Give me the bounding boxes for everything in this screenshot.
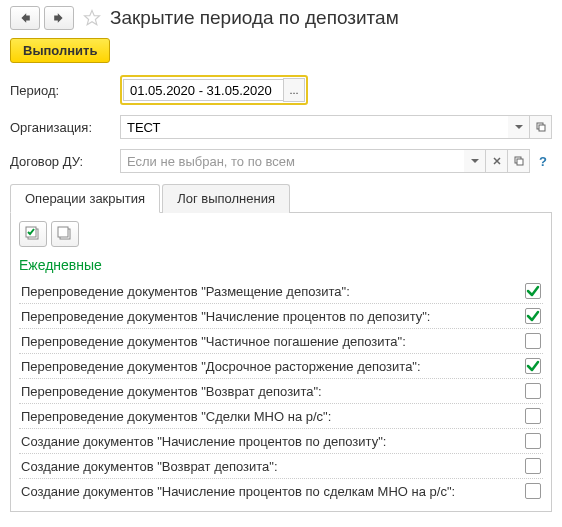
page-title: Закрытие периода по депозитам <box>110 7 399 29</box>
svg-rect-8 <box>58 227 68 237</box>
check-row: Создание документов "Начисление проценто… <box>19 428 543 453</box>
checkbox[interactable] <box>525 333 541 349</box>
svg-marker-0 <box>85 11 100 25</box>
check-row: Перепроведение документов "Начисление пр… <box>19 303 543 328</box>
nav-forward-button[interactable] <box>44 6 74 30</box>
open-icon <box>536 122 546 132</box>
execute-button[interactable]: Выполнить <box>10 38 110 63</box>
period-select-button[interactable]: ... <box>283 78 305 102</box>
contract-dropdown-button[interactable] <box>464 149 486 173</box>
help-icon[interactable]: ? <box>534 154 552 169</box>
organization-input[interactable] <box>120 115 508 139</box>
check-row: Перепроведение документов "Досрочное рас… <box>19 353 543 378</box>
check-all-icon <box>25 226 41 242</box>
contract-open-button[interactable] <box>508 149 530 173</box>
chevron-down-icon <box>470 156 480 166</box>
check-label: Создание документов "Начисление проценто… <box>21 434 525 449</box>
checkbox[interactable] <box>525 308 541 324</box>
checkbox[interactable] <box>525 358 541 374</box>
uncheck-all-icon <box>57 226 73 242</box>
check-label: Перепроведение документов "Частичное пог… <box>21 334 525 349</box>
check-row: Перепроведение документов "Возврат депоз… <box>19 378 543 403</box>
tab-execution-log[interactable]: Лог выполнения <box>162 184 290 213</box>
ellipsis-icon: ... <box>289 84 298 96</box>
check-icon <box>526 309 540 323</box>
open-icon <box>514 156 524 166</box>
svg-rect-2 <box>539 125 545 131</box>
check-row: Перепроведение документов "Частичное пог… <box>19 328 543 353</box>
check-all-button[interactable] <box>19 221 47 247</box>
favorite-icon[interactable] <box>82 8 102 28</box>
check-row: Перепроведение документов "Сделки МНО на… <box>19 403 543 428</box>
uncheck-all-button[interactable] <box>51 221 79 247</box>
organization-label: Организация: <box>10 120 120 135</box>
checkbox[interactable] <box>525 408 541 424</box>
period-input[interactable] <box>123 79 283 101</box>
arrow-right-icon <box>53 12 65 24</box>
check-row: Создание документов "Возврат депозита": <box>19 453 543 478</box>
svg-rect-4 <box>517 159 523 165</box>
check-icon <box>526 284 540 298</box>
tab-close-operations[interactable]: Операции закрытия <box>10 184 160 213</box>
check-icon <box>526 359 540 373</box>
checkbox[interactable] <box>525 483 541 499</box>
checkbox[interactable] <box>525 433 541 449</box>
period-label: Период: <box>10 83 120 98</box>
contract-label: Договор ДУ: <box>10 154 120 169</box>
check-label: Перепроведение документов "Размещение де… <box>21 284 525 299</box>
check-label: Перепроведение документов "Начисление пр… <box>21 309 525 324</box>
organization-dropdown-button[interactable] <box>508 115 530 139</box>
arrow-left-icon <box>19 12 31 24</box>
checkbox[interactable] <box>525 458 541 474</box>
check-label: Создание документов "Возврат депозита": <box>21 459 525 474</box>
check-label: Перепроведение документов "Сделки МНО на… <box>21 409 525 424</box>
check-row: Создание документов "Начисление проценто… <box>19 478 543 503</box>
organization-open-button[interactable] <box>530 115 552 139</box>
chevron-down-icon <box>514 122 524 132</box>
check-label: Создание документов "Начисление проценто… <box>21 484 525 499</box>
checkbox[interactable] <box>525 383 541 399</box>
check-label: Перепроведение документов "Возврат депоз… <box>21 384 525 399</box>
contract-clear-button[interactable] <box>486 149 508 173</box>
section-title-daily: Ежедневные <box>19 257 543 273</box>
checkbox[interactable] <box>525 283 541 299</box>
check-label: Перепроведение документов "Досрочное рас… <box>21 359 525 374</box>
close-icon <box>492 156 502 166</box>
nav-back-button[interactable] <box>10 6 40 30</box>
check-list: Перепроведение документов "Размещение де… <box>19 279 543 503</box>
check-row: Перепроведение документов "Размещение де… <box>19 279 543 303</box>
contract-input[interactable] <box>120 149 464 173</box>
tab-bar: Операции закрытия Лог выполнения <box>10 183 552 213</box>
